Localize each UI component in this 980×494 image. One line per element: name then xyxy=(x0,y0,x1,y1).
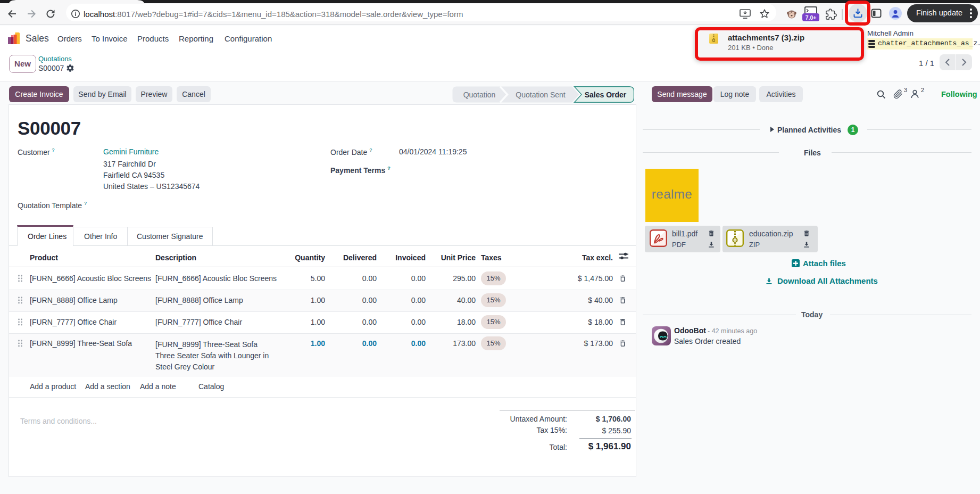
svg-text:7.0+: 7.0+ xyxy=(805,14,817,21)
svg-text:Quotation: Quotation xyxy=(463,90,496,99)
svg-text:Quotation Sent: Quotation Sent xyxy=(516,90,566,99)
svg-text:Sales Order: Sales Order xyxy=(585,90,627,99)
